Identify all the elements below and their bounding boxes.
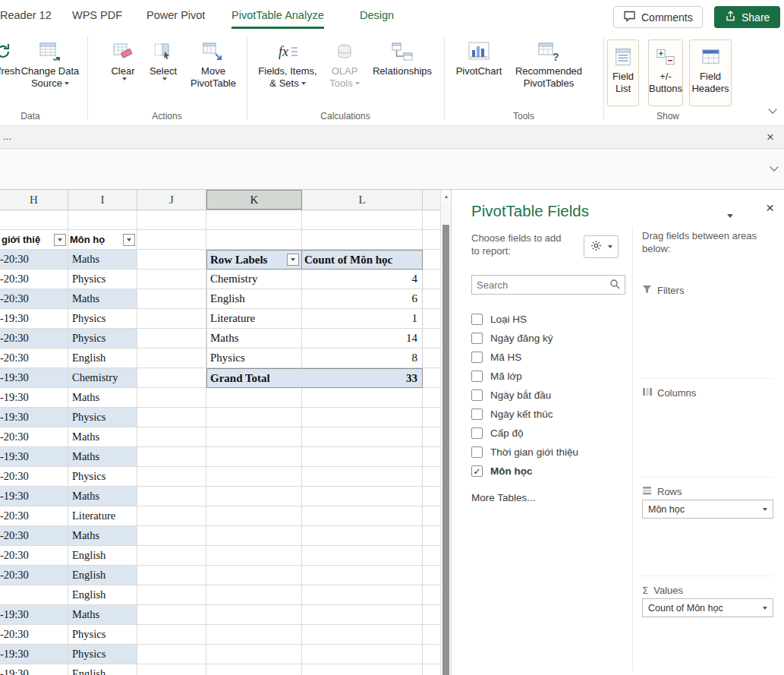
cell-subject[interactable]: Maths — [68, 250, 137, 270]
pivot-row-value[interactable]: 1 — [302, 309, 423, 329]
cell[interactable] — [137, 230, 206, 250]
cell[interactable] — [206, 664, 302, 675]
checkbox-icon[interactable] — [471, 333, 483, 344]
vertical-scrollbar[interactable]: ▲ — [440, 190, 451, 675]
cell[interactable] — [206, 388, 302, 408]
cell[interactable] — [423, 270, 440, 289]
field-checkbox-item[interactable]: Ngày bắt đầu — [471, 386, 623, 405]
cell-subject[interactable]: English — [68, 566, 137, 585]
cell[interactable] — [206, 408, 302, 427]
grand-total-value[interactable]: 33 — [302, 368, 423, 388]
column-header-k[interactable]: K — [206, 190, 302, 210]
cell[interactable] — [137, 408, 206, 427]
cell[interactable] — [302, 664, 423, 675]
cell[interactable] — [302, 427, 423, 447]
cell-time[interactable] — [0, 585, 68, 605]
cell-time[interactable]: -19:30 — [0, 664, 68, 675]
cell[interactable] — [137, 447, 206, 467]
field-checkbox-item[interactable]: Mã HS — [471, 348, 623, 367]
cell[interactable] — [206, 427, 302, 447]
tab-pivottable-analyze[interactable]: PivotTable Analyze — [231, 0, 324, 30]
cell[interactable] — [302, 210, 423, 230]
cell-subject[interactable]: Physics — [68, 408, 137, 427]
cell[interactable] — [423, 408, 440, 427]
cell[interactable] — [137, 329, 206, 349]
cell-subject[interactable]: Chemistry — [68, 368, 137, 388]
cell[interactable] — [302, 546, 423, 566]
cell-time[interactable]: -20:30 — [0, 625, 68, 645]
cell[interactable] — [137, 289, 206, 309]
cell-time[interactable]: -19:30 — [0, 408, 68, 427]
cell[interactable] — [423, 289, 440, 309]
cell[interactable] — [137, 526, 206, 546]
move-pivottable-button[interactable]: Move PivotTable — [187, 38, 240, 89]
cell[interactable] — [423, 546, 440, 566]
cell[interactable] — [423, 230, 440, 250]
cell-time[interactable]: -20:30 — [0, 427, 68, 447]
cell-subject[interactable]: Physics — [68, 309, 137, 329]
cell-time[interactable]: -19:30 — [0, 645, 68, 664]
cell-time[interactable]: -20:30 — [0, 546, 68, 566]
cell[interactable] — [137, 566, 206, 585]
pivot-row-value[interactable]: 8 — [302, 349, 423, 368]
pivot-filter-dropdown-icon[interactable] — [287, 254, 299, 266]
cell[interactable] — [423, 585, 440, 605]
cell-time[interactable]: -19:30 — [0, 605, 68, 625]
cell[interactable] — [137, 546, 206, 566]
cell[interactable] — [137, 349, 206, 368]
tab-reader-12[interactable]: Reader 12 — [0, 0, 52, 30]
cell[interactable] — [302, 526, 423, 546]
column-header-partial[interactable] — [423, 190, 440, 210]
cell-subject[interactable]: Physics — [68, 645, 137, 664]
cell-subject[interactable]: English — [68, 349, 137, 368]
checkbox-icon[interactable] — [471, 408, 483, 420]
cell[interactable] — [302, 388, 423, 408]
cell[interactable] — [206, 467, 302, 487]
select-button[interactable]: Select — [146, 38, 181, 80]
search-icon[interactable] — [609, 279, 620, 292]
cell[interactable] — [302, 230, 423, 250]
cell-time[interactable]: -20:30 — [0, 566, 68, 585]
cell[interactable] — [137, 605, 206, 625]
cell[interactable] — [206, 605, 302, 625]
cell[interactable] — [423, 487, 440, 506]
recommended-pivottables-button[interactable]: ? Recommended PivotTables — [508, 38, 589, 89]
share-button[interactable]: Share — [714, 6, 780, 28]
checkbox-icon[interactable] — [471, 352, 483, 363]
relationships-button[interactable]: Relationships — [370, 38, 435, 77]
field-checkbox-item[interactable]: Ngày kết thúc — [471, 405, 623, 424]
cell-time[interactable]: -19:30 — [0, 388, 68, 408]
cell[interactable] — [206, 585, 302, 605]
cell[interactable] — [137, 625, 206, 645]
table-header-cell-time[interactable]: giới thiệ — [0, 230, 68, 250]
cell[interactable] — [423, 250, 440, 270]
cell[interactable] — [137, 309, 206, 329]
tab-design[interactable]: Design — [360, 0, 394, 30]
cell-subject[interactable]: Physics — [68, 329, 137, 349]
checkbox-icon[interactable]: ✓ — [471, 465, 483, 477]
cell[interactable] — [206, 230, 302, 250]
fields-items-sets-button[interactable]: fx Fields, Items, & Sets — [257, 38, 319, 89]
filter-dropdown-icon[interactable] — [123, 234, 135, 246]
cell[interactable] — [206, 625, 302, 645]
field-headers-toggle[interactable]: Field Headers — [689, 39, 732, 106]
pivot-row-value[interactable]: 6 — [302, 289, 423, 309]
cell[interactable] — [137, 427, 206, 447]
cell-subject[interactable]: Literature — [68, 506, 137, 526]
cell[interactable] — [423, 368, 440, 388]
cell[interactable] — [302, 506, 423, 526]
cell[interactable] — [302, 625, 423, 645]
values-area-field-chip[interactable]: Count of Môn học — [642, 598, 773, 617]
cell[interactable] — [137, 506, 206, 526]
pivot-values-header[interactable]: Count of Môn học — [302, 250, 423, 270]
cell[interactable] — [137, 210, 206, 230]
field-list-toggle[interactable]: Field List — [607, 39, 639, 106]
pivot-row-label[interactable]: Literature — [206, 309, 302, 329]
scrollbar-thumb[interactable] — [442, 225, 449, 675]
tools-gear-button[interactable] — [584, 235, 619, 258]
pivot-row-label[interactable]: English — [206, 289, 302, 309]
pivotchart-button[interactable]: PivotChart — [454, 38, 504, 77]
pivot-row-value[interactable]: 14 — [302, 329, 423, 349]
tab-power-pivot[interactable]: Power Pivot — [146, 0, 205, 30]
cell-time[interactable]: -20:30 — [0, 250, 68, 270]
